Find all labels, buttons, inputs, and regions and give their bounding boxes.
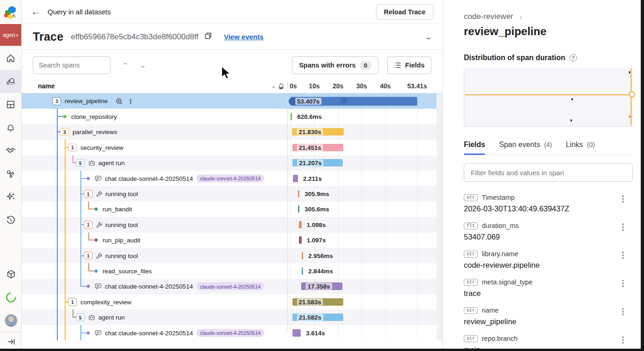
span-name[interactable]: parallel_reviews [73, 129, 117, 135]
span-row[interactable]: chat claude-sonnet-4-20250514claude-sonn… [22, 279, 443, 294]
prev-match-chevron-icon[interactable]: ⌃ [121, 62, 129, 69]
span-name[interactable]: security_review [80, 144, 123, 151]
query-scope-label[interactable]: Query in all datasets [48, 8, 111, 16]
zoom-in-icon[interactable] [115, 98, 123, 105]
view-events-link[interactable]: View events [224, 33, 264, 41]
breadcrumb-service[interactable]: code-reviewer [464, 12, 513, 21]
field-kebab-menu-icon[interactable]: ••• [622, 279, 624, 288]
duration-bar[interactable] [299, 221, 302, 228]
span-name[interactable]: chat claude-sonnet-4-20250514 [105, 329, 193, 336]
span-name[interactable]: running tool [105, 221, 138, 228]
span-row[interactable]: 1running tool2.956ms [22, 248, 443, 263]
help-icon[interactable]: ? [570, 54, 577, 62]
field-row[interactable]: strmeta.signal_typetrace••• [464, 278, 631, 298]
duration-bar[interactable] [302, 267, 303, 275]
span-count-badge[interactable]: 5 [76, 314, 85, 321]
sidebar-item-history[interactable] [0, 209, 22, 232]
duration-bar[interactable] [292, 329, 301, 337]
sidebar-item-service-map[interactable] [0, 162, 22, 185]
copy-icon[interactable] [204, 32, 212, 42]
field-kebab-menu-icon[interactable]: ••• [622, 195, 624, 203]
kebab-menu-icon[interactable]: ⋮ [128, 98, 134, 105]
search-spans-input[interactable] [33, 56, 110, 74]
duration-bar[interactable] [298, 205, 299, 213]
name-sort-chevron-icon[interactable]: ⌄ [271, 83, 276, 89]
field-row[interactable]: strlibrary.namecode-reviewer.pipeline••• [464, 250, 631, 270]
collapse-trace-chevron-icon[interactable]: ⌄ [424, 33, 433, 41]
span-row[interactable]: run_bandit305.6ms [22, 202, 443, 217]
span-row[interactable]: 1security_review21.451s [22, 140, 443, 155]
environment-badge[interactable]: agen > [0, 24, 21, 46]
span-count-badge[interactable]: 1 [68, 298, 77, 306]
span-name[interactable]: running tool [105, 191, 138, 197]
span-name[interactable]: running tool [105, 252, 138, 259]
span-name[interactable]: clone_repository [71, 113, 117, 120]
span-row[interactable]: chat claude-sonnet-4-20250514claude-sonn… [22, 325, 443, 340]
field-row[interactable]: strnamereview_pipeline••• [464, 307, 631, 326]
field-kebab-menu-icon[interactable]: ••• [622, 223, 624, 231]
sidebar-item-home[interactable] [0, 47, 22, 70]
span-count-badge[interactable]: 3 [53, 97, 61, 105]
span-count-badge[interactable]: 1 [68, 143, 77, 151]
sidebar-item-package[interactable] [0, 263, 22, 286]
span-row[interactable]: 3review_pipeline⋮53.407s [22, 93, 443, 109]
span-name[interactable]: run_bandit [103, 206, 132, 213]
bar-drag-handle[interactable] [340, 98, 347, 105]
sidebar-item-ai[interactable] [0, 185, 22, 209]
name-column-header[interactable]: name [38, 82, 55, 90]
sidebar-item-query[interactable] [0, 70, 22, 93]
span-count-badge[interactable]: 1 [84, 190, 93, 198]
reload-trace-button[interactable]: Reload Trace [376, 4, 433, 20]
next-match-chevron-icon[interactable]: ⌄ [139, 62, 147, 69]
span-row[interactable]: 1running tool305.9ms [22, 186, 443, 201]
span-row[interactable]: 5agent run21.207s [22, 155, 443, 171]
sidebar-item-status[interactable] [0, 286, 22, 309]
span-name[interactable]: chat claude-sonnet-4-20250514 [105, 175, 193, 182]
sidebar-item-boards[interactable] [0, 93, 22, 116]
filter-fields-input[interactable] [464, 163, 633, 182]
span-row[interactable]: 5agent run21.582s [22, 309, 443, 325]
span-name[interactable]: read_source_files [103, 267, 152, 274]
sidebar-collapse-button[interactable] [0, 333, 22, 351]
sidebar-item-account[interactable] [0, 309, 22, 332]
field-row[interactable]: fltduration_ms53407.069••• [464, 222, 631, 241]
span-name[interactable]: agent run [98, 314, 125, 321]
span-row[interactable]: 3parallel_reviews21.830s [22, 124, 443, 140]
span-row[interactable]: run_pip_audit1.097s [22, 233, 443, 248]
duration-bar[interactable] [302, 252, 303, 259]
span-count-badge[interactable]: 3 [61, 128, 69, 136]
sidebar-item-alerts[interactable] [0, 116, 22, 139]
spans-with-errors-button[interactable]: Spans with errors 0 [292, 56, 378, 74]
tab-span-events[interactable]: Span events (4) [499, 141, 552, 154]
field-row[interactable]: strTimestamp2026-03-30T13:40:49.639437Z•… [464, 194, 631, 213]
honeycomb-logo[interactable]: h [0, 0, 21, 24]
tab-fields[interactable]: Fields [464, 141, 485, 154]
span-count-badge[interactable]: 1 [84, 221, 93, 228]
honeycomb-drop-icon[interactable] [279, 83, 284, 89]
span-name[interactable]: run_pip_audit [103, 237, 140, 244]
span-row[interactable]: 1complexity_review21.583s [22, 294, 443, 309]
sidebar-item-teams[interactable] [0, 139, 22, 162]
column-divider[interactable] [287, 80, 288, 331]
field-kebab-menu-icon[interactable]: ••• [622, 251, 624, 259]
span-row[interactable]: clone_repository620.6ms [22, 109, 443, 124]
span-name[interactable]: review_pipeline [65, 98, 108, 105]
span-row[interactable]: 1running tool1.098s [22, 217, 443, 232]
span-name[interactable]: complexity_review [80, 298, 131, 305]
fields-button[interactable]: Fields [387, 56, 431, 74]
field-kebab-menu-icon[interactable]: ••• [622, 308, 624, 316]
span-row[interactable]: read_source_files2.844ms [22, 263, 443, 278]
duration-bar[interactable] [299, 236, 302, 244]
field-kebab-menu-icon[interactable]: ••• [622, 336, 624, 344]
duration-bar[interactable] [291, 113, 292, 120]
duration-distribution-chart[interactable] [464, 68, 633, 127]
span-count-badge[interactable]: 5 [76, 159, 85, 167]
span-name[interactable]: chat claude-sonnet-4-20250514 [105, 283, 193, 290]
tab-links[interactable]: Links (0) [566, 141, 595, 154]
duration-bar[interactable] [298, 190, 299, 197]
span-name[interactable]: agent run [98, 160, 125, 166]
duration-bar[interactable] [293, 175, 298, 182]
span-count-badge[interactable]: 1 [84, 252, 93, 259]
back-arrow-icon[interactable]: ← [31, 6, 40, 17]
span-row[interactable]: chat claude-sonnet-4-20250514claude-sonn… [22, 171, 443, 186]
